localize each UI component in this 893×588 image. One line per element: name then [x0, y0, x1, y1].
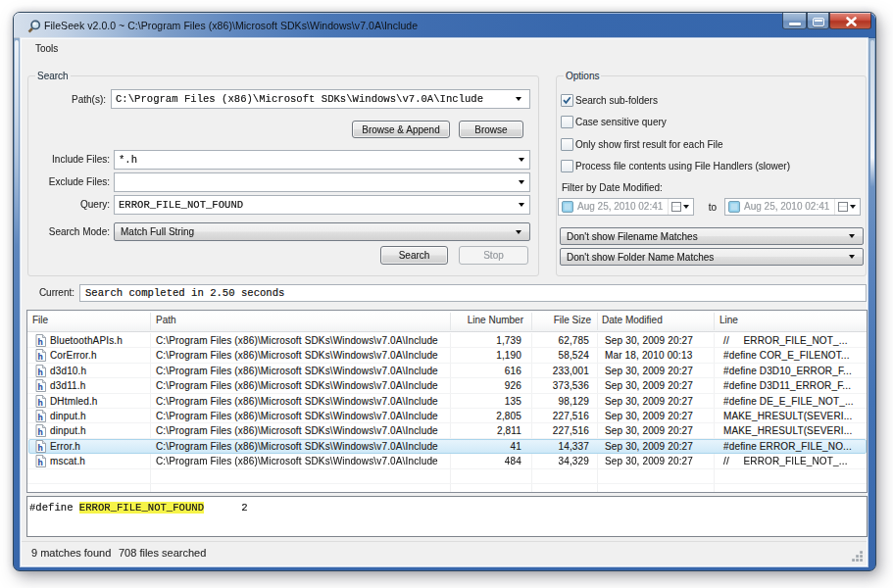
svg-text:h: h	[38, 458, 43, 467]
svg-text:h: h	[38, 413, 43, 422]
svg-text:h: h	[38, 442, 43, 452]
svg-text:h: h	[38, 367, 43, 376]
svg-text:h: h	[38, 427, 43, 437]
svg-text:h: h	[38, 382, 43, 392]
svg-text:h: h	[38, 397, 43, 407]
svg-text:h: h	[38, 352, 43, 362]
svg-text:h: h	[38, 337, 43, 347]
